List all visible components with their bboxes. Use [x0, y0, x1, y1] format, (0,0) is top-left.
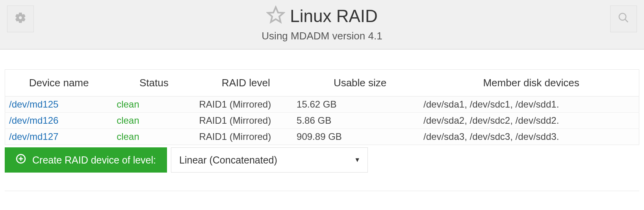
device-members: /dev/sda3, /dev/sdc3, /dev/sdd3.: [423, 129, 639, 145]
page-header: Linux RAID Using MDADM version 4.1: [0, 0, 644, 50]
plus-circle-icon: [16, 154, 26, 166]
device-size: 5.86 GB: [297, 113, 423, 129]
table-row: /dev/md125 clean RAID1 (Mirrored) 15.62 …: [5, 97, 639, 113]
search-icon: [618, 12, 629, 26]
device-level: RAID1 (Mirrored): [195, 129, 297, 145]
main-content: Device name Status RAID level Usable siz…: [0, 50, 644, 196]
device-link[interactable]: /dev/md127: [5, 129, 113, 145]
svg-point-1: [619, 13, 626, 20]
svg-line-2: [625, 19, 628, 22]
col-usable-size[interactable]: Usable size: [297, 70, 423, 97]
divider: [5, 191, 639, 191]
device-status: clean: [113, 97, 195, 113]
device-members: /dev/sda2, /dev/sdc2, /dev/sdd2.: [423, 113, 639, 129]
title-block: Linux RAID Using MDADM version 4.1: [34, 6, 610, 42]
page-subtitle: Using MDADM version 4.1: [34, 30, 610, 42]
create-raid-button[interactable]: Create RAID device of level:: [5, 147, 167, 173]
device-link[interactable]: /dev/md125: [5, 97, 113, 113]
table-row: /dev/md127 clean RAID1 (Mirrored) 909.89…: [5, 129, 639, 145]
raid-level-selected: Linear (Concatenated): [179, 154, 277, 166]
table-row: /dev/md126 clean RAID1 (Mirrored) 5.86 G…: [5, 113, 639, 129]
action-row: Create RAID device of level: Linear (Con…: [5, 147, 639, 173]
settings-button[interactable]: [7, 6, 34, 32]
device-link[interactable]: /dev/md126: [5, 113, 113, 129]
svg-marker-0: [268, 7, 284, 22]
col-device-name[interactable]: Device name: [5, 70, 113, 97]
raid-table: Device name Status RAID level Usable siz…: [5, 69, 639, 145]
device-level: RAID1 (Mirrored): [195, 113, 297, 129]
device-size: 15.62 GB: [297, 97, 423, 113]
device-members: /dev/sda1, /dev/sdc1, /dev/sdd1.: [423, 97, 639, 113]
gear-icon: [15, 12, 26, 26]
device-level: RAID1 (Mirrored): [195, 97, 297, 113]
chevron-down-icon: ▼: [354, 156, 360, 164]
page-title: Linux RAID: [290, 6, 378, 26]
col-member-devices[interactable]: Member disk devices: [423, 70, 639, 97]
star-icon[interactable]: [266, 6, 285, 27]
col-raid-level[interactable]: RAID level: [195, 70, 297, 97]
search-button[interactable]: [610, 6, 637, 32]
create-raid-label: Create RAID device of level:: [32, 154, 156, 166]
device-size: 909.89 GB: [297, 129, 423, 145]
device-status: clean: [113, 129, 195, 145]
raid-level-select[interactable]: Linear (Concatenated) ▼: [171, 147, 368, 173]
device-status: clean: [113, 113, 195, 129]
col-status[interactable]: Status: [113, 70, 195, 97]
